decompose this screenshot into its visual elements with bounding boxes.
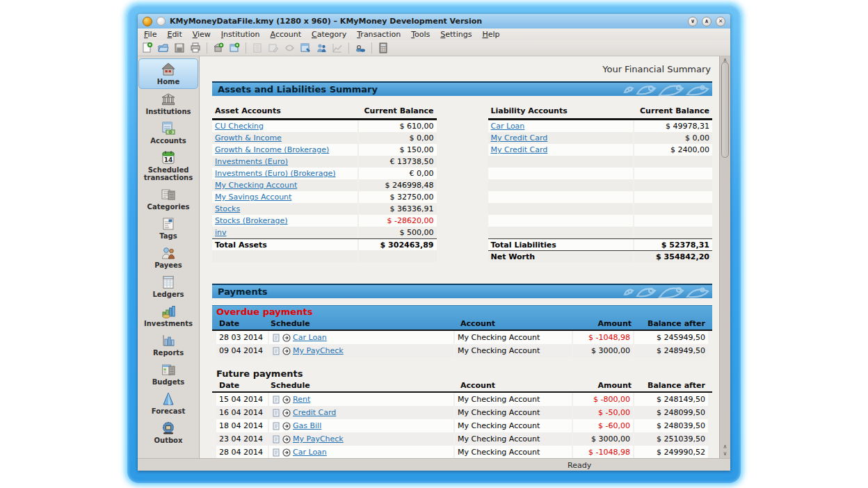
payment-account: My Checking Account	[455, 393, 572, 406]
schedule-link[interactable]: Rent	[293, 393, 310, 406]
sidebar-item-investments[interactable]: Investments	[138, 301, 199, 330]
edit-schedule-icon[interactable]	[272, 422, 280, 430]
enter-schedule-icon[interactable]	[282, 334, 291, 342]
save-icon[interactable]	[173, 42, 186, 54]
account-link[interactable]: Stocks (Brokerage)	[215, 216, 288, 225]
menubar: File Edit View Institution Account Categ…	[138, 29, 730, 40]
vertical-scrollbar[interactable]: ∧ ∧ ∨	[719, 56, 730, 458]
calculator-icon[interactable]	[377, 42, 389, 54]
account-link[interactable]: My Credit Card	[491, 145, 548, 154]
sidebar-item-label: Accounts	[150, 137, 186, 145]
accounts-view-icon[interactable]	[299, 42, 312, 54]
edit-schedule-icon[interactable]	[272, 396, 280, 404]
maximize-button[interactable]: ∧	[702, 17, 712, 26]
close-button[interactable]: ✕	[716, 17, 725, 26]
enter-schedule-icon[interactable]	[282, 396, 291, 404]
scroll-down-icon[interactable]: ∨	[720, 451, 730, 457]
schedule-link[interactable]: Credit Card	[293, 406, 336, 419]
table-row-empty	[488, 227, 713, 238]
account-link[interactable]: My Checking Account	[215, 181, 297, 190]
payment-account: My Checking Account	[455, 331, 572, 344]
account-balance: $ 610,00	[359, 120, 437, 132]
new-institution-icon[interactable]	[212, 42, 225, 54]
sidebar-item-outbox[interactable]: Outbox	[138, 418, 199, 447]
schedule-link[interactable]: My PayCheck	[293, 344, 344, 357]
account-balance: $ 36336,91	[359, 203, 437, 215]
sidebar-item-institutions[interactable]: Institutions	[138, 89, 199, 118]
account-link[interactable]: My Savings Account	[215, 193, 291, 202]
menu-settings[interactable]: Settings	[440, 30, 472, 39]
sidebar-item-payees[interactable]: Payees	[138, 243, 199, 272]
new-file-icon[interactable]	[141, 42, 154, 54]
sidebar-item-label: Forecast	[152, 407, 185, 415]
minimize-button[interactable]: ∨	[688, 17, 698, 26]
account-link[interactable]: Car Loan	[491, 122, 525, 131]
menu-transaction[interactable]: Transaction	[357, 30, 401, 39]
account-link[interactable]: inv	[215, 228, 227, 237]
payees-view-icon[interactable]	[315, 42, 328, 54]
menu-category[interactable]: Category	[312, 30, 346, 39]
sidebar-item-home[interactable]: Home	[138, 58, 198, 89]
amount-column-header: Amount	[574, 318, 634, 330]
sidebar-item-reports[interactable]: Reports	[138, 330, 199, 359]
scrollbar-thumb[interactable]	[721, 62, 729, 158]
payment-balance-after: $ 249990,52	[634, 446, 708, 458]
schedule-link[interactable]: Gas Bill	[293, 419, 321, 432]
menu-account[interactable]: Account	[271, 30, 301, 39]
account-link[interactable]: Investments (Euro)	[215, 157, 288, 166]
edit-schedule-icon[interactable]	[272, 409, 280, 417]
menu-view[interactable]: View	[193, 30, 211, 39]
account-link[interactable]: Growth & Income (Brokerage)	[215, 145, 329, 154]
home-view: Your Financial Summary Assets and Liabil…	[200, 56, 730, 458]
payment-date: 16 04 2014	[216, 406, 268, 419]
menu-file[interactable]: File	[144, 30, 156, 39]
sidebar-item-ledgers[interactable]: Ledgers	[138, 272, 199, 301]
account-link[interactable]: Growth & Income	[215, 133, 282, 143]
menu-edit[interactable]: Edit	[167, 30, 182, 39]
schedule-link[interactable]: Car Loan	[293, 446, 327, 458]
open-file-icon[interactable]	[157, 42, 170, 54]
account-link[interactable]: Investments (Euro) (Brokerage)	[215, 169, 335, 178]
print-icon[interactable]	[189, 42, 202, 54]
schedule-column-header: Schedule	[268, 380, 458, 391]
account-link[interactable]: CU Checking	[215, 122, 264, 131]
sidebar-item-label: Reports	[153, 349, 184, 357]
menu-institution[interactable]: Institution	[221, 30, 260, 39]
scroll-up-icon[interactable]: ∧	[720, 444, 730, 450]
sidebar-item-scheduled-transactions[interactable]: 14 Scheduled transactions	[138, 147, 199, 184]
titlebar[interactable]: KMyMoneyDataFile.kmy (1280 x 960) – KMyM…	[138, 14, 730, 29]
table-row: 15 04 2014 Rent My Checking Account $ -8…	[212, 393, 712, 406]
schedule-link[interactable]: My PayCheck	[293, 432, 344, 446]
edit-schedule-icon[interactable]	[272, 448, 280, 457]
sidebar-item-budgets[interactable]: Budgets	[138, 359, 199, 389]
edit-schedule-icon[interactable]	[272, 435, 280, 444]
payees-icon	[161, 245, 176, 261]
new-account-icon[interactable]	[228, 42, 241, 54]
account-balance: $ 32750,00	[359, 191, 437, 203]
enter-schedule-icon[interactable]	[282, 347, 291, 355]
enter-schedule-icon[interactable]	[282, 422, 291, 430]
menu-tools[interactable]: Tools	[411, 30, 430, 39]
kmymoney-window: KMyMoneyDataFile.kmy (1280 x 960) – KMyM…	[138, 14, 730, 471]
account-link[interactable]: My Credit Card	[491, 133, 548, 143]
sidebar-item-tags[interactable]: Tags	[138, 213, 199, 243]
sidebar-item-categories[interactable]: Categories	[138, 184, 199, 213]
window-menu-icon[interactable]	[156, 17, 166, 26]
edit-schedule-icon[interactable]	[272, 347, 280, 355]
payment-date: 09 04 2014	[216, 344, 268, 357]
enter-schedule-icon[interactable]	[282, 448, 291, 457]
schedule-link[interactable]: Car Loan	[293, 331, 327, 344]
find-transaction-icon[interactable]	[354, 42, 367, 54]
enter-schedule-icon[interactable]	[282, 409, 291, 417]
menu-help[interactable]: Help	[482, 30, 499, 39]
payments-header: Payments	[212, 284, 712, 298]
sidebar-item-label: Budgets	[152, 378, 185, 386]
sidebar-item-label: Categories	[147, 203, 190, 211]
sidebar-item-accounts[interactable]: Accounts	[138, 118, 199, 147]
edit-schedule-icon[interactable]	[272, 334, 280, 342]
home-page: Your Financial Summary Assets and Liabil…	[200, 56, 719, 458]
enter-schedule-icon[interactable]	[282, 435, 291, 444]
payment-balance-after: $ 245949,50	[634, 331, 708, 344]
account-link[interactable]: Stocks	[215, 204, 240, 213]
sidebar-item-forecast[interactable]: Forecast	[138, 389, 199, 418]
